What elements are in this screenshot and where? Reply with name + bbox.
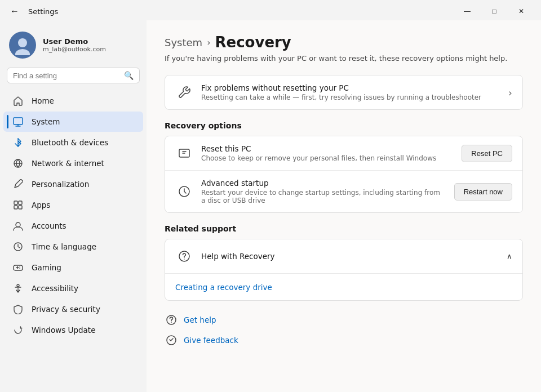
sidebar-item-privacy[interactable]: Privacy & security xyxy=(3,299,143,319)
advanced-startup-row[interactable]: Advanced startup Restart your device to … xyxy=(165,171,522,212)
sidebar: User Demo m_lab@outlook.com 🔍 Home Syste… xyxy=(0,20,147,392)
time-icon xyxy=(12,241,24,252)
svg-point-1 xyxy=(15,49,30,55)
advanced-icon xyxy=(175,182,193,201)
breadcrumb: System › Recovery xyxy=(165,34,523,51)
sidebar-item-label-home: Home xyxy=(32,96,54,105)
give-feedback-link[interactable]: Give feedback xyxy=(184,336,238,345)
svg-rect-4 xyxy=(14,201,17,204)
sidebar-item-personalization[interactable]: Personalization xyxy=(3,174,143,194)
advanced-text: Advanced startup Restart your device to … xyxy=(201,179,446,204)
sidebar-item-apps[interactable]: Apps xyxy=(3,195,143,215)
get-help-row[interactable]: Get help xyxy=(165,313,523,327)
sidebar-item-label-apps: Apps xyxy=(32,201,50,210)
minimize-button[interactable]: — xyxy=(454,3,480,19)
reset-text: Reset this PC Choose to keep or remove y… xyxy=(201,144,454,162)
window-title: Settings xyxy=(28,7,58,16)
sidebar-item-home[interactable]: Home xyxy=(3,91,143,111)
help-recovery-title: Help with Recovery xyxy=(201,252,275,261)
sidebar-item-label-time: Time & language xyxy=(32,242,96,251)
sidebar-item-label-accounts: Accounts xyxy=(32,221,66,230)
system-icon xyxy=(12,116,24,127)
sidebar-item-accessibility[interactable]: Accessibility xyxy=(3,278,143,299)
advanced-title: Advanced startup xyxy=(201,179,446,188)
svg-point-12 xyxy=(19,268,20,269)
restart-now-button[interactable]: Restart now xyxy=(454,183,512,201)
avatar xyxy=(9,32,36,59)
bottom-links: Get help Give feedback xyxy=(165,313,523,347)
svg-point-0 xyxy=(18,38,27,47)
chevron-up-icon: ∧ xyxy=(507,252,512,261)
advanced-desc: Restart your device to change startup se… xyxy=(201,189,446,204)
home-icon xyxy=(12,95,24,106)
svg-rect-2 xyxy=(14,118,23,124)
sidebar-item-label-personalization: Personalization xyxy=(32,180,89,189)
window-controls: — □ ✕ xyxy=(454,3,534,19)
fix-problems-row[interactable]: Fix problems without resetting your PC R… xyxy=(165,75,522,109)
creating-recovery-link[interactable]: Creating a recovery drive xyxy=(175,283,272,292)
give-feedback-row[interactable]: Give feedback xyxy=(165,333,523,347)
svg-point-19 xyxy=(171,322,172,323)
search-input[interactable] xyxy=(13,72,119,80)
give-feedback-icon xyxy=(165,333,178,347)
sidebar-item-label-accessibility: Accessibility xyxy=(32,284,78,293)
related-support-title: Related support xyxy=(165,224,523,233)
sidebar-item-label-privacy: Privacy & security xyxy=(32,305,100,314)
svg-point-17 xyxy=(184,259,185,260)
user-section: User Demo m_lab@outlook.com xyxy=(0,25,147,68)
page-description: If you're having problems with your PC o… xyxy=(165,54,523,63)
user-info: User Demo m_lab@outlook.com xyxy=(43,37,106,53)
main-content: System › Recovery If you're having probl… xyxy=(147,20,541,392)
app-body: User Demo m_lab@outlook.com 🔍 Home Syste… xyxy=(0,20,541,392)
sidebar-item-bluetooth[interactable]: Bluetooth & devices xyxy=(3,132,143,153)
fix-problems-card: Fix problems without resetting your PC R… xyxy=(165,75,523,110)
fix-desc: Resetting can take a while — first, try … xyxy=(201,93,500,101)
sidebar-item-label-bluetooth: Bluetooth & devices xyxy=(32,138,108,147)
sidebar-item-accounts[interactable]: Accounts xyxy=(3,216,143,236)
get-help-icon xyxy=(165,313,178,327)
help-recovery-header[interactable]: Help with Recovery ∧ xyxy=(165,239,522,273)
svg-rect-6 xyxy=(14,206,17,209)
user-email: m_lab@outlook.com xyxy=(43,46,106,53)
title-bar-left: ← Settings xyxy=(7,5,58,17)
reset-pc-row[interactable]: Reset this PC Choose to keep or remove y… xyxy=(165,136,522,170)
sidebar-item-label-update: Windows Update xyxy=(32,326,95,335)
close-button[interactable]: ✕ xyxy=(508,3,534,19)
apps-icon xyxy=(12,199,24,211)
sidebar-item-gaming[interactable]: Gaming xyxy=(3,257,143,278)
bluetooth-icon xyxy=(12,137,24,148)
sidebar-item-time[interactable]: Time & language xyxy=(3,237,143,257)
title-bar: ← Settings — □ ✕ xyxy=(0,0,541,20)
maximize-button[interactable]: □ xyxy=(481,3,507,19)
search-icon: 🔍 xyxy=(124,71,134,80)
help-recovery-content: Creating a recovery drive xyxy=(165,273,522,300)
svg-point-13 xyxy=(17,284,19,287)
sidebar-item-system[interactable]: System xyxy=(3,112,143,132)
svg-point-11 xyxy=(19,266,20,268)
fix-title: Fix problems without resetting your PC xyxy=(201,83,500,92)
breadcrumb-arrow: › xyxy=(207,37,210,48)
svg-point-8 xyxy=(16,222,20,227)
fix-chevron: › xyxy=(508,87,512,99)
reset-pc-button[interactable]: Reset PC xyxy=(462,145,512,162)
reset-desc: Choose to keep or remove your personal f… xyxy=(201,154,454,162)
fix-text: Fix problems without resetting your PC R… xyxy=(201,83,500,101)
search-box[interactable]: 🔍 xyxy=(7,68,140,83)
sidebar-item-label-network: Network & internet xyxy=(32,159,104,168)
sidebar-item-update[interactable]: Windows Update xyxy=(3,320,143,340)
breadcrumb-parent: System xyxy=(165,37,202,48)
user-name: User Demo xyxy=(43,37,106,46)
accessibility-icon xyxy=(12,283,24,294)
back-button[interactable]: ← xyxy=(7,5,23,17)
recovery-options-title: Recovery options xyxy=(165,121,523,130)
gaming-icon xyxy=(12,262,24,273)
accounts-icon xyxy=(12,220,24,231)
help-icon xyxy=(175,247,193,265)
nav-list: Home System Bluetooth & devices Network … xyxy=(0,90,147,341)
reset-title: Reset this PC xyxy=(201,144,454,153)
sidebar-item-label-system: System xyxy=(32,117,60,126)
breadcrumb-current: Recovery xyxy=(215,34,291,51)
sidebar-item-network[interactable]: Network & internet xyxy=(3,153,143,173)
get-help-link[interactable]: Get help xyxy=(184,315,216,324)
sidebar-item-label-gaming: Gaming xyxy=(32,263,61,272)
